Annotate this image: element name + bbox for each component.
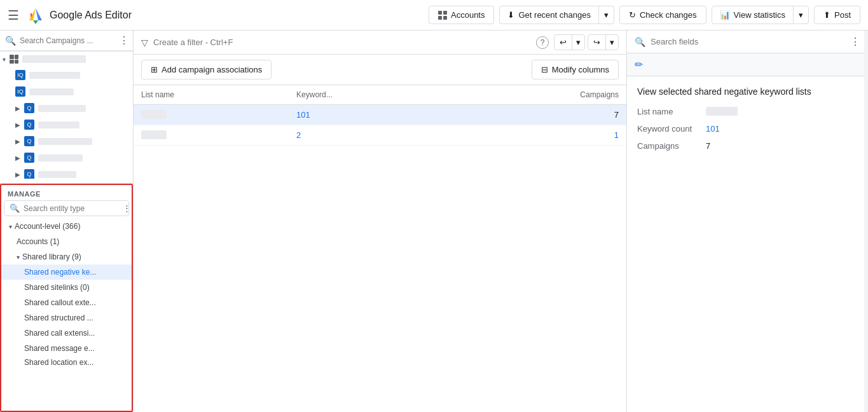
campaign-item-1[interactable]: IQ <box>0 67 133 83</box>
right-more-icon[interactable]: ⋮ <box>850 36 860 48</box>
manage-search-container: 🔍 ⋮ <box>4 200 129 216</box>
tree-label-shared-location: Shared location ex... <box>24 358 127 367</box>
col-campaigns: Campaigns <box>453 85 626 105</box>
table-row[interactable]: 101 7 <box>134 105 626 125</box>
cell-keyword-count-1: 101 <box>289 105 453 125</box>
cell-keyword-count-2: 2 <box>289 125 453 146</box>
campaign-name-6 <box>38 154 83 161</box>
add-assoc-icon: ⊞ <box>151 65 158 74</box>
tree-item-accounts[interactable]: Accounts (1) <box>1 234 132 249</box>
campaign-list: ▾ IQ IQ ▶ Q <box>0 52 133 179</box>
tree-item-shared-library[interactable]: ▾ Shared library (9) <box>1 249 132 264</box>
svg-marker-1 <box>29 8 36 20</box>
top-bar: ☰ Google Ads Editor Accounts <box>0 0 868 31</box>
campaign-item-5[interactable]: ▶ Q <box>0 133 133 149</box>
help-icon[interactable]: ? <box>536 36 549 49</box>
tree-item-account-level[interactable]: ▾ Account-level (366) <box>1 219 132 234</box>
detail-value-campaigns: 7 <box>706 141 710 151</box>
detail-label-list-name: List name <box>637 107 701 116</box>
grid-small-icon <box>10 55 18 64</box>
main-layout: 🔍 ⋮ ▾ IQ <box>0 31 868 412</box>
post-button[interactable]: ⬆ Post <box>814 6 860 24</box>
view-statistics-button[interactable]: 📊 View statistics ▾ <box>712 6 809 24</box>
tree-item-shared-message[interactable]: Shared message e... <box>1 341 132 356</box>
detail-label-keyword-count: Keyword count <box>637 124 701 134</box>
manage-section: MANAGE 🔍 ⋮ ▾ Account-level (366) Account… <box>0 184 133 412</box>
expand-icon-6: ▶ <box>15 154 20 161</box>
tree-item-shared-call[interactable]: Shared call extensi... <box>1 326 132 341</box>
modify-columns-button[interactable]: ⊟ Modify columns <box>532 60 619 79</box>
get-recent-changes-button[interactable]: ⬇ Get recent changes ▾ <box>499 6 614 24</box>
filter-bar: ▽ ? ↩ ▾ ↪ ▾ <box>134 31 626 55</box>
add-campaign-associations-button[interactable]: ⊞ Add campaign associations <box>141 60 272 79</box>
tree-item-shared-structured[interactable]: Shared structured ... <box>1 310 132 326</box>
filter-actions: ↩ ▾ ↪ ▾ <box>554 34 619 50</box>
blurred-list-name-2 <box>141 130 167 139</box>
redo-button[interactable]: ↪ ▾ <box>588 34 619 50</box>
campaign-item-2[interactable]: IQ <box>0 83 133 100</box>
tree-item-shared-sitelinks[interactable]: Shared sitelinks (0) <box>1 280 132 295</box>
expand-icon-4: ▶ <box>15 121 20 128</box>
campaign-search-input[interactable] <box>20 36 115 45</box>
campaign-q-icon-3: Q <box>24 136 34 146</box>
scroll-spacer <box>0 179 133 184</box>
more-options-icon[interactable]: ⋮ <box>119 34 129 46</box>
svg-marker-3 <box>33 20 38 24</box>
right-scrollbar[interactable] <box>864 31 868 412</box>
campaign-item-6[interactable]: ▶ Q <box>0 149 133 166</box>
campaign-item-7[interactable]: ▶ Q <box>0 166 133 179</box>
post-button-label: Post <box>834 10 851 20</box>
columns-icon: ⊟ <box>541 65 548 74</box>
cell-list-name-1 <box>134 105 289 125</box>
cell-campaigns-2: 1 <box>453 125 626 146</box>
right-panel: 🔍 ⋮ ✏ View selected shared negative keyw… <box>626 31 868 412</box>
chevron-down-icon-stats: ▾ <box>799 10 803 20</box>
campaign-item-top[interactable]: ▾ <box>0 52 133 67</box>
accounts-button[interactable]: Accounts <box>429 6 494 24</box>
view-stats-label: View statistics <box>734 10 785 20</box>
blurred-list-name-1 <box>141 110 167 119</box>
chevron-down-icon: ▾ <box>604 10 609 20</box>
undo-button[interactable]: ↩ ▾ <box>554 34 585 50</box>
check-changes-label: Check changes <box>640 10 697 20</box>
tree-item-shared-callout[interactable]: Shared callout exte... <box>1 295 132 310</box>
check-changes-button[interactable]: ↻ Check changes <box>619 6 706 24</box>
right-search-input[interactable] <box>651 37 845 46</box>
tree-label-shared-callout: Shared callout exte... <box>24 298 127 307</box>
manage-more-icon[interactable]: ⋮ <box>123 203 131 213</box>
undo-icon: ↩ <box>555 35 572 50</box>
campaign-iq-icon-2: IQ <box>15 86 25 97</box>
campaign-name-1 <box>29 72 80 79</box>
redo-dropdown-arrow: ▾ <box>606 35 618 50</box>
tree-item-shared-negative[interactable]: Shared negative ke... <box>1 264 132 280</box>
refresh-icon: ↻ <box>629 10 636 20</box>
filter-input[interactable] <box>153 38 531 47</box>
campaign-item-3[interactable]: ▶ Q <box>0 100 133 116</box>
tree-label-shared-sitelinks: Shared sitelinks (0) <box>24 283 127 292</box>
campaign-q-icon-2: Q <box>24 120 34 130</box>
filter-icon: ▽ <box>141 38 148 48</box>
campaign-iq-icon: IQ <box>15 70 25 80</box>
campaign-q-icon: Q <box>24 103 34 113</box>
campaign-name-5 <box>38 138 92 145</box>
tree-label-shared-call: Shared call extensi... <box>24 329 127 338</box>
center-panel: ▽ ? ↩ ▾ ↪ ▾ ⊞ Add campaign associations <box>134 31 626 412</box>
right-search-bar: 🔍 ⋮ <box>627 31 868 53</box>
campaign-item-4[interactable]: ▶ Q <box>0 116 133 133</box>
detail-value-keyword-count: 101 <box>706 124 720 134</box>
tree-arrow-account: ▾ <box>9 223 12 230</box>
manage-tree: ▾ Account-level (366) Accounts (1) ▾ Sha… <box>1 219 132 411</box>
table-header-row: List name Keyword... Campaigns <box>134 85 626 105</box>
edit-pencil-icon[interactable]: ✏ <box>635 59 643 70</box>
undo-dropdown-arrow: ▾ <box>572 35 584 50</box>
tree-item-shared-location[interactable]: Shared location ex... <box>1 356 132 369</box>
right-detail-content: View selected shared negative keyword li… <box>627 76 868 412</box>
data-table: List name Keyword... Campaigns <box>134 85 626 412</box>
manage-search-input[interactable] <box>24 204 119 213</box>
keyword-lists-table: List name Keyword... Campaigns <box>134 85 626 146</box>
right-edit-bar: ✏ <box>627 53 868 76</box>
get-recent-label: Get recent changes <box>518 10 590 20</box>
right-panel-title: View selected shared negative keyword li… <box>637 86 858 97</box>
table-row[interactable]: 2 1 <box>134 125 626 146</box>
menu-icon[interactable]: ☰ <box>8 8 19 23</box>
